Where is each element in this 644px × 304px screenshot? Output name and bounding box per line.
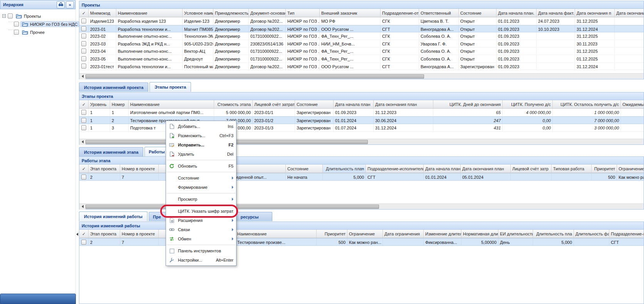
column-header[interactable]: Наименование: [116, 9, 183, 17]
column-header[interactable]: Дата начала план: [334, 100, 374, 108]
row-checkbox[interactable]: [81, 118, 86, 123]
row-checkbox[interactable]: [81, 41, 86, 46]
column-header[interactable]: Приоритет: [592, 165, 617, 173]
table-row[interactable]: 12Тестирование произведенной опыт7 000 0…: [79, 116, 644, 124]
scroll-left-button[interactable]: [79, 74, 86, 79]
tree-item[interactable]: −Проекты: [1, 12, 75, 20]
column-header[interactable]: Дата окончания п: [575, 9, 615, 17]
projects-hscrollbar[interactable]: [79, 73, 644, 79]
menu-item[interactable]: Формирование: [166, 183, 236, 192]
collapse-expander-icon[interactable]: −: [2, 14, 6, 18]
column-header[interactable]: Нормативная длит: [461, 230, 498, 238]
column-header[interactable]: Дата начала план.: [496, 9, 537, 17]
works-hscrollbar[interactable]: [79, 203, 644, 209]
column-header[interactable]: Принадлежность: [213, 9, 249, 17]
menu-item[interactable]: Панель инструментов: [166, 246, 236, 255]
column-header[interactable]: Номер в проекте: [120, 165, 159, 173]
column-header[interactable]: Состояние: [459, 9, 496, 17]
column-header[interactable]: ЦИТК. Осталось получить д/с: [553, 100, 621, 108]
column-header[interactable]: Ограничение: [347, 230, 383, 238]
tab[interactable]: История изменений этапа: [79, 147, 143, 156]
table-row[interactable]: 27Тестирование произве...500Как можно ра…: [79, 238, 644, 246]
column-header[interactable]: Этап проекта: [89, 165, 120, 173]
row-checkbox[interactable]: [81, 26, 86, 31]
column-header[interactable]: Длительность план: [323, 165, 366, 173]
stages-hscrollbar[interactable]: [79, 139, 644, 144]
column-header[interactable]: Лицевой счёт затрат.: [253, 100, 295, 108]
column-header[interactable]: Наименование: [236, 230, 317, 238]
select-column-header[interactable]: ✓: [79, 165, 89, 173]
row-checkbox[interactable]: [81, 64, 86, 69]
column-header[interactable]: Приоритет: [317, 230, 347, 238]
column-header[interactable]: Внешний заказчик: [320, 9, 381, 17]
menu-item[interactable]: Состояние: [166, 173, 236, 183]
column-header[interactable]: Тип: [286, 9, 320, 17]
column-header[interactable]: ЦИТК. Получено д/с: [503, 100, 553, 108]
column-header[interactable]: Ограничение: [617, 165, 644, 173]
collapse-sidebar-button[interactable]: «: [66, 1, 74, 8]
column-header[interactable]: Документ-основан: [249, 9, 286, 17]
select-column-header[interactable]: ✓: [79, 230, 89, 238]
row-checkbox[interactable]: [81, 125, 86, 130]
column-header[interactable]: Номер: [110, 100, 129, 108]
column-header[interactable]: Дата начала факт.: [537, 9, 575, 17]
sidebar-collapsed-panel[interactable]: [0, 294, 76, 304]
menu-item[interactable]: ОбновитьF5: [166, 161, 236, 171]
column-header[interactable]: Лицевой счёт затр: [511, 165, 552, 173]
scroll-left-button[interactable]: [79, 204, 86, 210]
column-header[interactable]: Дата окончания план: [374, 100, 433, 108]
menu-item[interactable]: ЦИТК. Указать шифр затрат...: [166, 207, 236, 216]
tree-item[interactable]: Прочее: [1, 28, 75, 36]
table-row[interactable]: 27Тестирование произведенной опыт...Не н…: [79, 173, 644, 181]
tree-checkbox[interactable]: [14, 30, 19, 35]
column-header[interactable]: Этап проекта: [89, 230, 120, 238]
column-header[interactable]: ЕИ длительности: [498, 230, 533, 238]
column-header[interactable]: Наименование: [129, 100, 214, 108]
table-row[interactable]: 2023-01Разработка технологии и...Магнит …: [79, 25, 644, 33]
table-row[interactable]: 2023-04Выполнение опытно-конс...Вектор-А…: [79, 47, 644, 55]
tab[interactable]: Этапы проекта: [149, 82, 191, 92]
column-header[interactable]: Стоимость этапа: [214, 100, 253, 108]
table-row[interactable]: 2023-03Разработка ЭКД и РКД н...905-U020…: [79, 40, 644, 48]
column-header[interactable]: Дата окончания план: [461, 165, 511, 173]
column-header[interactable]: ЦИТК. Дней до окончания: [433, 100, 503, 108]
column-header[interactable]: Состояние: [286, 165, 323, 173]
row-checkbox[interactable]: [81, 56, 86, 61]
column-header[interactable]: Изменение длител: [424, 230, 461, 238]
table-row[interactable]: 2023-05Выполнение опытно-конс...Дредноут…: [79, 55, 644, 63]
column-header[interactable]: Состояние: [295, 100, 334, 108]
menu-item[interactable]: Настройки...Alt+Enter: [166, 255, 236, 265]
table-row[interactable]: 13Подготовка т3 000 000,002023-01/3Зарег…: [79, 124, 644, 132]
column-header[interactable]: Подразделение-исполнитель..: [366, 165, 424, 173]
column-header[interactable]: Длительность пла: [533, 230, 574, 238]
column-header[interactable]: Длительность фак: [574, 230, 609, 238]
table-row[interactable]: 2023-01тестРазработка технологии и...Пос…: [79, 63, 644, 71]
select-column-header[interactable]: ✓: [79, 100, 89, 108]
menu-item[interactable]: Просмотр: [166, 195, 236, 204]
column-header[interactable]: Мнемокод: [89, 9, 116, 17]
scrollbar-thumb[interactable]: [86, 74, 424, 79]
table-row[interactable]: 11Изготовление опытной партии ПМ0...5 00…: [79, 109, 644, 116]
column-header[interactable]: Ответственный: [419, 9, 459, 17]
table-row[interactable]: Изделие123Разработка изделия 123Изделие-…: [79, 17, 644, 25]
menu-item[interactable]: Обмен: [166, 234, 236, 244]
tab[interactable]: История изменений работы: [79, 212, 148, 221]
row-checkbox[interactable]: [81, 18, 86, 24]
menu-item[interactable]: Размножить...Ctrl+F3: [166, 131, 236, 140]
scroll-left-button[interactable]: [79, 139, 86, 145]
row-checkbox[interactable]: [81, 49, 86, 54]
scroll-left-arrow[interactable]: [76, 233, 78, 236]
menu-item[interactable]: Исправить...F2: [166, 140, 236, 149]
column-header[interactable]: Ожидаемые: [621, 100, 644, 108]
column-header[interactable]: Подразделение-от: [381, 9, 419, 17]
tree-checkbox[interactable]: [8, 13, 13, 18]
menu-item[interactable]: УдалитьDel: [166, 149, 236, 159]
menu-item[interactable]: Расширения: [166, 216, 236, 225]
column-header[interactable]: Дата окончания: [615, 9, 644, 17]
tree-item[interactable]: НИОКР по ГОЗ без НДС: [1, 20, 75, 28]
search-button[interactable]: [57, 1, 65, 8]
menu-item[interactable]: Добавить...Ins: [166, 122, 236, 131]
tab[interactable]: История изменений проекта: [79, 82, 148, 92]
column-header[interactable]: Подразделение-и: [609, 230, 644, 238]
column-header[interactable]: Типовая работа: [552, 165, 592, 173]
